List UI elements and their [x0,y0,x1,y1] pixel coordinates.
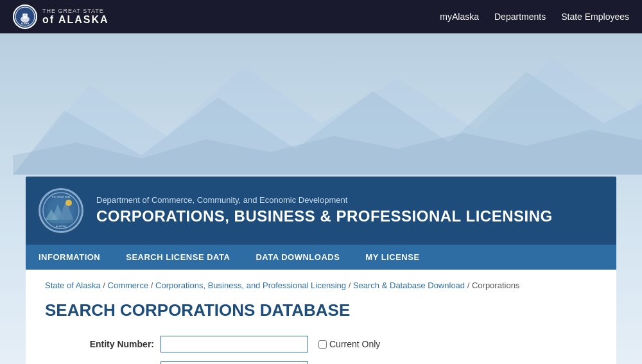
department-header: ALASKA THE GREAT SEAL Department of Comm… [26,177,616,245]
nav-information[interactable]: INFORMATION [26,245,113,270]
svg-marker-8 [13,130,642,175]
entity-number-input[interactable] [160,336,308,352]
top-nav-links: myAlaska Departments State Employees [440,12,629,22]
current-only-group: Current Only [318,339,380,349]
entity-name-input[interactable] [160,361,308,364]
svg-point-13 [65,200,72,206]
current-only-checkbox[interactable] [318,340,327,349]
svg-marker-6 [13,59,642,175]
svg-text:ALASKA: ALASKA [56,225,66,228]
inner-content: State of Alaska / Commerce / Corporation… [26,270,616,364]
alaska-logo-icon: ALASKA [13,4,37,29]
state-employees-link[interactable]: State Employees [561,12,629,22]
breadcrumb-corporations[interactable]: Corporations, Business, and Professional… [155,281,346,290]
myalaska-link[interactable]: myAlaska [440,12,479,22]
svg-point-4 [26,13,28,15]
svg-marker-7 [13,72,642,175]
entity-name-row: Entity Name: Starts With Contains [71,361,597,364]
svg-point-3 [22,13,24,15]
breadcrumb-current: Corporations [472,281,519,290]
navigation-menu: INFORMATION SEARCH LICENSE DATA DATA DOW… [26,245,616,270]
content-box: ALASKA THE GREAT SEAL Department of Comm… [26,177,616,364]
departments-link[interactable]: Departments [494,12,546,22]
main-content-area: ALASKA THE GREAT SEAL Department of Comm… [0,33,642,364]
department-title: CORPORATIONS, BUSINESS & PROFESSIONAL LI… [96,207,603,226]
breadcrumb-state-of-alaska[interactable]: State of Alaska [45,281,101,290]
alaska-logo-text: THE GREAT STATE of ALASKA [42,8,109,26]
top-navigation-bar: ALASKA THE GREAT STATE of ALASKA myAlask… [0,0,642,33]
department-subtitle: Department of Commerce, Community, and E… [96,195,603,205]
search-form: Entity Number: Current Only Entity Name: [45,336,597,364]
alaska-logo: ALASKA THE GREAT STATE of ALASKA [13,4,109,29]
svg-point-14 [48,220,74,223]
department-seal: ALASKA THE GREAT SEAL [39,188,83,233]
svg-text:ALASKA: ALASKA [21,22,30,25]
breadcrumb-commerce[interactable]: Commerce [108,281,149,290]
svg-text:THE GREAT SEAL: THE GREAT SEAL [51,196,71,198]
department-title-area: Department of Commerce, Community, and E… [96,195,603,226]
nav-search-license-data[interactable]: SEARCH LICENSE DATA [113,245,243,270]
entity-number-label: Entity Number: [71,339,154,349]
breadcrumb: State of Alaska / Commerce / Corporation… [45,280,597,291]
nav-data-downloads[interactable]: DATA DOWNLOADS [243,245,352,270]
current-only-label: Current Only [329,339,380,349]
nav-my-license[interactable]: MY LICENSE [352,245,432,270]
entity-number-row: Entity Number: Current Only [71,336,597,352]
page-title: SEARCH CORPORATIONS DATABASE [45,300,597,320]
breadcrumb-search-database[interactable]: Search & Database Download [353,281,465,290]
